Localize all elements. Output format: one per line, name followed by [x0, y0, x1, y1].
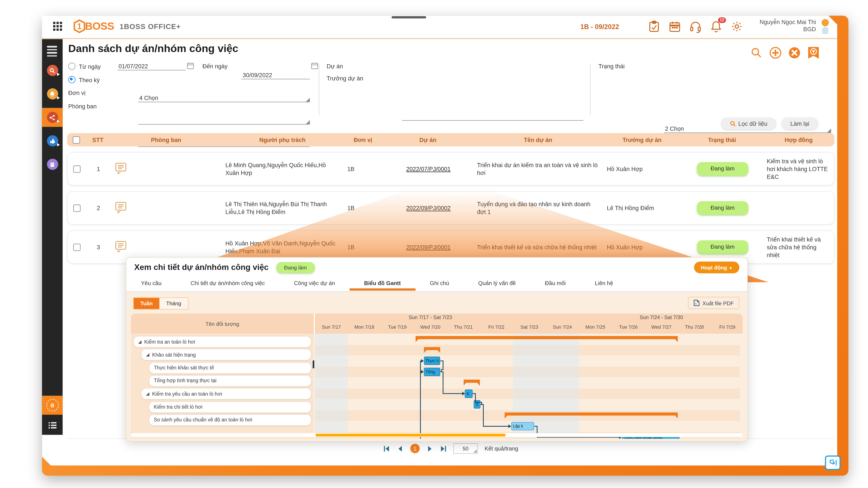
gantt-bar-task-light[interactable]: Lập k	[511, 422, 534, 430]
status-badge[interactable]: Đang làm	[697, 240, 748, 254]
gantt-task-row[interactable]: Tổng hợp tình trạng thực tại	[149, 375, 312, 387]
calendar-icon[interactable]	[669, 20, 681, 33]
page-size-select[interactable]: 50	[453, 443, 478, 454]
lam-lai-button[interactable]: Làm lại	[781, 117, 818, 130]
export-pdf-button[interactable]: A Xuất file PDF	[688, 297, 739, 309]
tab-y-u-c-u[interactable]: Yêu cầu	[126, 276, 176, 289]
tu-ngay-calendar-icon[interactable]	[187, 62, 194, 69]
page-size-label: Kết quả/trang	[485, 446, 518, 452]
period-toggle: Tuần Tháng	[133, 297, 188, 310]
tab-chi-ti-t-d-n-nh-m-c-ng-vi-c[interactable]: Chi tiết dự án/nhóm công việc	[176, 276, 279, 289]
list-icon	[48, 421, 57, 429]
comment-icon[interactable]	[115, 168, 127, 175]
tab-ghi-ch-[interactable]: Ghi chú	[415, 276, 464, 289]
add-button[interactable]	[770, 47, 781, 59]
row-checkbox[interactable]	[68, 204, 86, 212]
comment-icon[interactable]	[115, 247, 127, 254]
theo-ky-select[interactable]: 4 Chọn	[138, 93, 310, 102]
gantt-task-row[interactable]: Khảo sát hiện trạng	[141, 349, 312, 360]
search-icon[interactable]	[751, 47, 762, 59]
close-button[interactable]	[788, 47, 800, 59]
panel-tabs-wrap: Yêu cầuChi tiết dự án/nhóm công việcCông…	[126, 276, 747, 292]
loc-du-lieu-button[interactable]: Lọc dữ liệu	[721, 117, 776, 130]
tab--u-m-i[interactable]: Đầu mối	[530, 276, 580, 289]
panel-title: Xem chi tiết dự án/nhóm công việc	[134, 263, 269, 272]
week-toggle[interactable]: Tuần	[134, 298, 159, 309]
tu-ngay-input[interactable]: 01/07/2022	[117, 62, 186, 70]
tab-c-ng-vi-c-d-n[interactable]: Công việc dự án	[279, 276, 349, 289]
sidebar-item-organization[interactable]	[42, 155, 62, 174]
den-ngay-label: Đến ngày	[203, 63, 227, 69]
row-checkbox[interactable]	[68, 165, 86, 172]
comment-icon[interactable]	[115, 208, 127, 215]
status-badge[interactable]: Đang làm	[697, 162, 748, 175]
user-info[interactable]: Nguyễn Ngọc Mai Thi BGD	[760, 19, 816, 33]
gantt-task-row[interactable]: Kiểm tra an toàn lò hơi	[133, 336, 312, 348]
sidebar-item-projects-active[interactable]	[42, 108, 62, 127]
den-ngay-input[interactable]: 30/09/2022	[242, 70, 310, 79]
table-header-cell: Trưởng dự án	[603, 136, 681, 143]
gantt-task-row[interactable]: Thực hiện khảo sát thực tế	[149, 362, 312, 373]
don-vi-select[interactable]	[138, 116, 310, 125]
sidebar-item-settings-active[interactable]	[42, 396, 62, 415]
sidebar-item-notifications[interactable]	[42, 84, 62, 103]
row-checkbox[interactable]	[68, 243, 86, 251]
gantt-day-header: Mon 7/25	[579, 324, 612, 330]
gantt-bar-task[interactable]: Tổng	[424, 368, 440, 376]
theo-ky-radio[interactable]	[68, 76, 76, 84]
tab-li-n-h-[interactable]: Liên hệ	[580, 276, 628, 289]
hoat-dong-button[interactable]: Hoạt động▼	[694, 262, 740, 273]
gantt-day-header: Fri 7/29	[711, 324, 740, 330]
du-an-link[interactable]: 2022/09/PJ/0002	[386, 204, 470, 212]
gantt-day-header: Thu 7/21	[447, 324, 480, 330]
period-indicator[interactable]: 1B - 09/2022	[580, 23, 619, 31]
app-grid-icon[interactable]	[53, 22, 63, 32]
du-an-input[interactable]	[402, 112, 583, 121]
den-ngay-calendar-icon[interactable]	[311, 62, 318, 69]
collapse-triangle-icon[interactable]	[146, 392, 149, 395]
gantt-task-row[interactable]: Kiểm tra chi tiết lò hơi	[149, 401, 312, 413]
gantt-bar-task[interactable]: S	[474, 400, 480, 409]
notifications-bell-icon[interactable]: 12	[710, 20, 722, 33]
user-avatar[interactable]	[819, 19, 831, 35]
panel-status-badge: Đang làm	[276, 262, 315, 273]
settings-gear-icon[interactable]	[731, 20, 743, 33]
tasks-check-icon[interactable]	[648, 20, 660, 33]
gantt-bar-task[interactable]: Thực h	[424, 357, 440, 365]
status-badge[interactable]: Đang làm	[697, 201, 748, 215]
row-drag-handle[interactable]	[313, 360, 314, 368]
tab-bi-u-gantt[interactable]: Biểu đồ Gantt	[349, 276, 415, 289]
tu-ngay-radio[interactable]	[68, 63, 76, 70]
current-page[interactable]: 1	[410, 444, 420, 453]
sidebar-menu-icon[interactable]	[47, 46, 57, 56]
last-page-icon[interactable]	[440, 445, 447, 452]
gantt-task-row[interactable]: Kiểm tra yêu cầu an toàn lò hơi	[141, 388, 312, 400]
exit-fullscreen-icon[interactable]	[825, 455, 841, 470]
sidebar-item-search[interactable]	[42, 61, 62, 80]
tab-qu-n-l-v-n-[interactable]: Quản lý vấn đề	[464, 276, 530, 289]
gantt-day-header: Sun 7/24	[546, 324, 579, 330]
gantt-horizontal-scrollbar[interactable]	[131, 433, 743, 437]
gantt-task-row[interactable]: So sánh yêu cầu chuẩn về độ an toàn lò h…	[149, 414, 312, 426]
scrollbar-thumb[interactable]	[315, 434, 506, 436]
chevron-down-icon: ▼	[729, 266, 733, 270]
logo-hexagon-icon: 1	[73, 19, 86, 34]
search-module-icon	[46, 65, 58, 76]
headset-icon[interactable]	[689, 20, 702, 33]
ten-du-an-cell: Triển khai dự án kiểm tra an toàn và vệ …	[474, 161, 603, 176]
first-page-icon[interactable]	[383, 445, 390, 452]
du-an-link[interactable]: 2022/09/PJ/0001	[386, 243, 470, 251]
du-an-link[interactable]: 2022/07/PJ/0001	[386, 165, 470, 173]
collapse-triangle-icon[interactable]	[138, 340, 142, 344]
table-row[interactable]: 1Lê Minh Quang,Nguyễn Quốc Hiếu,Hồ Xuân …	[67, 152, 834, 186]
prev-page-icon[interactable]	[397, 445, 404, 452]
next-page-icon[interactable]	[427, 445, 433, 452]
saved-filter-icon[interactable]	[808, 47, 819, 59]
collapse-triangle-icon[interactable]	[146, 353, 149, 356]
month-toggle[interactable]: Tháng	[159, 298, 188, 309]
sidebar-item-list[interactable]	[42, 416, 62, 435]
gantt-bar-task[interactable]: K	[465, 389, 472, 398]
table-row[interactable]: 2Lê Thị Thiên Hà,Nguyễn Bùi Thị Thanh Li…	[67, 191, 834, 225]
sidebar-item-approvals[interactable]	[42, 131, 62, 151]
select-all-checkbox[interactable]	[67, 136, 85, 143]
